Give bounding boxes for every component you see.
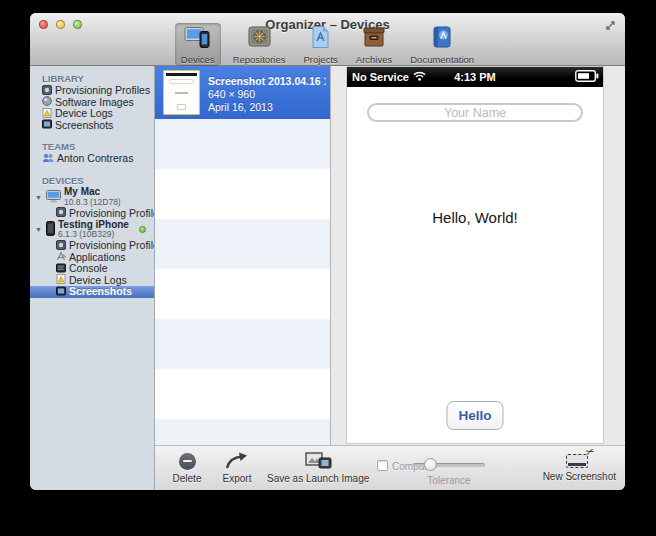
organizer-window: Organizer – Devices bbox=[30, 13, 625, 490]
delete-icon bbox=[179, 453, 196, 470]
name-input[interactable] bbox=[367, 103, 583, 122]
screenshot-list-empty-rows bbox=[155, 119, 330, 445]
new-screenshot-label: New Screenshot bbox=[543, 471, 616, 482]
battery-icon bbox=[575, 70, 599, 84]
main-toolbar: Devices Repositories bbox=[30, 29, 625, 66]
sidebar-item-label: Screenshots bbox=[55, 120, 113, 132]
screenshot-date: April 16, 2013 bbox=[208, 101, 326, 114]
screenshot-icon bbox=[42, 119, 52, 132]
sidebar-item-iphone-provisioning-profiles[interactable]: Provisioning Profiles bbox=[30, 240, 154, 252]
tolerance-label: Tolerance bbox=[413, 475, 485, 486]
bottom-toolbar: Delete Export bbox=[155, 445, 625, 490]
screenshot-list-item[interactable]: Screenshot 2013.04.16 16.13.... 640 × 96… bbox=[155, 66, 330, 119]
sidebar-section-devices: DEVICES bbox=[30, 174, 154, 187]
export-label: Export bbox=[223, 473, 252, 484]
detail-pane: No Service 4:13 PM bbox=[331, 66, 625, 445]
compare-checkbox[interactable] bbox=[377, 460, 388, 471]
sidebar-item-console[interactable]: Console bbox=[30, 263, 154, 275]
thumbnail-statusbar bbox=[166, 73, 197, 76]
thumbnail-name-field bbox=[169, 79, 194, 84]
screenshot-title: Screenshot 2013.04.16 16.13.... bbox=[208, 75, 326, 88]
device-name: Testing iPhone bbox=[58, 219, 129, 230]
sidebar-item-device-logs[interactable]: Device Logs bbox=[30, 108, 154, 120]
export-button[interactable]: Export bbox=[217, 451, 257, 484]
screenshot-list: Screenshot 2013.04.16 16.13.... 640 × 96… bbox=[155, 66, 331, 445]
thumbnail-button bbox=[177, 104, 186, 110]
delete-button[interactable]: Delete bbox=[167, 451, 207, 484]
archives-icon bbox=[362, 25, 386, 53]
window-chrome: Organizer – Devices bbox=[30, 13, 625, 66]
toolbar-label-repositories: Repositories bbox=[233, 54, 286, 65]
repositories-icon bbox=[247, 25, 272, 53]
sidebar-item-screenshots-library[interactable]: Screenshots bbox=[30, 120, 154, 132]
toolbar-label-projects: Projects bbox=[303, 54, 337, 65]
save-as-launch-image-label: Save as Launch Image bbox=[267, 473, 369, 484]
documentation-icon bbox=[431, 25, 453, 53]
sidebar-item-provisioning-profiles[interactable]: Provisioning Profiles bbox=[30, 85, 154, 97]
toolbar-item-archives[interactable]: Archives bbox=[350, 23, 398, 66]
sidebar-item-team-anton-contreras[interactable]: Anton Contreras bbox=[30, 153, 154, 165]
sidebar-item-mac-provisioning-profiles[interactable]: Provisioning Profiles bbox=[30, 208, 154, 220]
sidebar-item-label: Console bbox=[69, 263, 108, 275]
sidebar-item-label: Device Logs bbox=[55, 108, 113, 120]
imac-icon bbox=[46, 190, 61, 205]
sidebar-device-testing-iphone[interactable]: ▼ Testing iPhone 6.1.3 (10B329) bbox=[30, 219, 154, 240]
screenshot-size: 640 × 960 bbox=[208, 88, 326, 101]
iphone-status-bar: No Service 4:13 PM bbox=[347, 67, 603, 87]
iphone-icon bbox=[46, 221, 55, 238]
disclosure-triangle-icon[interactable]: ▼ bbox=[35, 226, 43, 233]
sidebar-item-iphone-screenshots[interactable]: Screenshots bbox=[30, 286, 154, 298]
export-icon bbox=[225, 451, 249, 471]
launch-image-icon bbox=[305, 451, 332, 471]
devices-icon bbox=[184, 25, 211, 53]
disclosure-triangle-icon[interactable]: ▼ bbox=[35, 194, 43, 201]
sidebar-item-label: Screenshots bbox=[69, 286, 132, 298]
tolerance-slider: Tolerance bbox=[413, 446, 485, 490]
new-screenshot-icon: ✂ bbox=[566, 450, 592, 469]
device-version: 10.8.3 (12D78) bbox=[64, 197, 121, 207]
device-name: My Mac bbox=[64, 186, 100, 197]
tolerance-slider-thumb[interactable] bbox=[424, 458, 437, 471]
screenshot-icon bbox=[56, 286, 66, 299]
device-connected-status-dot bbox=[139, 226, 146, 233]
desktop-background: Organizer – Devices bbox=[0, 0, 656, 536]
delete-label: Delete bbox=[173, 473, 202, 484]
sidebar-item-label: Provisioning Profiles bbox=[69, 240, 155, 252]
save-as-launch-image-button[interactable]: Save as Launch Image bbox=[267, 451, 369, 484]
thumbnail-greeting-line bbox=[175, 92, 188, 94]
toolbar-item-documentation[interactable]: Documentation bbox=[404, 23, 480, 66]
toolbar-label-documentation: Documentation bbox=[410, 54, 474, 65]
toolbar-item-devices[interactable]: Devices bbox=[175, 23, 221, 66]
toolbar-item-projects[interactable]: Projects bbox=[297, 23, 343, 66]
device-screenshot-preview: No Service 4:13 PM bbox=[347, 67, 603, 443]
iphone-screen: Hello, World! Hello bbox=[347, 87, 603, 443]
sidebar-item-label: Provisioning Profiles bbox=[55, 85, 150, 97]
source-list-sidebar: LIBRARY Provisioning Profiles Software I… bbox=[30, 66, 155, 490]
toolbar-item-repositories[interactable]: Repositories bbox=[227, 23, 292, 66]
sidebar-item-label: Provisioning Profiles bbox=[69, 208, 155, 220]
status-bar-time: 4:13 PM bbox=[347, 67, 603, 87]
sidebar-device-my-mac[interactable]: ▼ My Mac 10.8.3 (12D78) bbox=[30, 187, 154, 208]
sidebar-item-label: Anton Contreras bbox=[57, 153, 133, 165]
toolbar-label-devices: Devices bbox=[181, 54, 215, 65]
team-icon bbox=[42, 153, 54, 166]
hello-button[interactable]: Hello bbox=[446, 401, 503, 430]
toolbar-label-archives: Archives bbox=[356, 54, 392, 65]
greeting-label: Hello, World! bbox=[347, 209, 603, 226]
device-version: 6.1.3 (10B329) bbox=[58, 229, 114, 239]
screenshot-thumbnail[interactable] bbox=[163, 70, 200, 115]
new-screenshot-button[interactable]: ✂ New Screenshot bbox=[543, 450, 616, 482]
projects-icon bbox=[310, 25, 331, 53]
